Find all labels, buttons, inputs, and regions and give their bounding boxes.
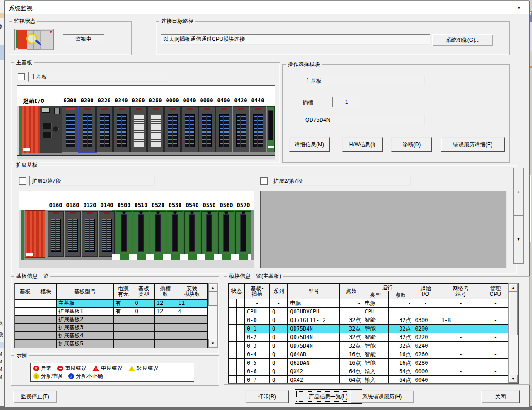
table-cell[interactable]: 0240 xyxy=(413,342,439,350)
table-cell[interactable]: 电源 xyxy=(288,299,340,308)
table-cell[interactable] xyxy=(176,324,207,332)
main-rack-slot-0260[interactable] xyxy=(130,106,147,152)
table-cell[interactable]: Q xyxy=(133,308,154,316)
ext-rack-slot-0140[interactable] xyxy=(99,211,115,257)
table-cell[interactable]: CPU xyxy=(362,308,388,316)
table-cell[interactable]: Q xyxy=(133,300,154,308)
ext-rack-slot-0550[interactable] xyxy=(201,211,217,259)
table-cell[interactable]: - xyxy=(483,325,508,333)
table-cell[interactable]: QJ71GF11-T2 xyxy=(288,316,340,325)
status-cell[interactable] xyxy=(237,359,245,367)
status-cell[interactable] xyxy=(229,359,237,367)
table-cell[interactable]: - xyxy=(340,308,362,316)
table-cell[interactable] xyxy=(35,332,57,340)
table-cell[interactable]: 输入 xyxy=(362,367,388,376)
table-cell[interactable] xyxy=(15,300,35,308)
table-cell[interactable]: 0-5 xyxy=(245,359,270,367)
table-cell[interactable]: - xyxy=(483,342,508,350)
table-cell[interactable]: 主基板 xyxy=(57,300,114,308)
main-rack-slot-0240[interactable] xyxy=(113,106,130,152)
table-cell[interactable] xyxy=(176,332,207,340)
table-cell[interactable]: 0280 xyxy=(413,359,439,367)
table-cell[interactable]: 32点 xyxy=(340,333,362,342)
table-cell[interactable] xyxy=(114,332,133,340)
ext-rack-slot-0120[interactable] xyxy=(82,211,98,257)
table-cell[interactable]: - xyxy=(483,376,508,384)
table-cell[interactable]: 32点 xyxy=(388,333,413,342)
table-cell[interactable]: - xyxy=(439,350,483,359)
table-cell[interactable]: QD75D4N xyxy=(288,342,340,350)
ext-rack-slot-0560[interactable] xyxy=(218,211,234,259)
table-cell[interactable]: - xyxy=(439,376,483,384)
table-cell[interactable]: 32点 xyxy=(340,342,362,350)
main-rack-slot-0280[interactable] xyxy=(147,106,164,152)
table-cell[interactable]: 智能 xyxy=(362,342,388,350)
table-row[interactable]: 0-2QQD75D4N32点智能32点0220-- xyxy=(229,333,508,342)
table-cell[interactable]: 16点 xyxy=(340,350,362,359)
extension1-checkbox[interactable] xyxy=(19,177,26,185)
table-cell[interactable]: 0300 xyxy=(413,316,439,325)
table-cell[interactable]: - xyxy=(388,299,413,308)
table-cell[interactable]: CPU xyxy=(245,308,270,316)
table-cell[interactable] xyxy=(114,316,133,324)
status-cell[interactable] xyxy=(229,367,237,376)
status-cell[interactable] xyxy=(229,376,237,384)
pcb-card-module[interactable] xyxy=(267,106,275,152)
ext-rack-slot-0160[interactable] xyxy=(48,211,64,257)
table-cell[interactable]: 扩展基板5 xyxy=(57,340,114,348)
table-cell[interactable]: 0040 xyxy=(413,376,439,384)
status-cell[interactable] xyxy=(237,342,245,350)
table-cell[interactable] xyxy=(176,340,207,348)
scroll-down-arrow[interactable]: ▼ xyxy=(509,375,518,383)
table-cell[interactable]: - xyxy=(439,308,483,316)
scroll-down-button[interactable]: ▼ xyxy=(513,215,524,264)
table-cell[interactable] xyxy=(35,308,57,316)
status-cell[interactable] xyxy=(229,342,237,350)
table-row[interactable]: 0-6QQX4264点输入64点0000-- xyxy=(229,367,508,376)
main-rack-slot-0300[interactable] xyxy=(62,106,79,152)
table-cell[interactable]: - xyxy=(388,308,413,316)
table-cell[interactable] xyxy=(15,340,35,348)
table-cell[interactable]: 32点 xyxy=(340,316,362,325)
table-cell[interactable]: Q xyxy=(270,359,288,367)
table-cell[interactable]: 16点 xyxy=(388,359,413,367)
cpu-module[interactable] xyxy=(40,106,62,153)
table-cell[interactable]: 输入 xyxy=(362,376,388,384)
table-cell[interactable] xyxy=(15,332,35,340)
table-cell[interactable]: 有 xyxy=(114,308,133,316)
table-cell[interactable]: Q xyxy=(270,376,288,384)
status-cell[interactable] xyxy=(237,308,245,316)
table-row[interactable]: 0-4QQ64AD16点智能16点0260-- xyxy=(229,350,508,359)
table-cell[interactable]: Q xyxy=(270,367,288,376)
table-cell[interactable]: Q xyxy=(270,350,288,359)
table-cell[interactable]: - xyxy=(413,299,439,308)
status-cell[interactable] xyxy=(237,350,245,359)
table-row[interactable]: 0-1QQD75D4N32点智能32点0200-- xyxy=(229,325,508,333)
table-cell[interactable]: 11 xyxy=(176,300,207,308)
main-rack-slot-0220[interactable] xyxy=(96,106,113,152)
scroll-up-button[interactable]: ▲ xyxy=(513,168,524,216)
table-cell[interactable]: 电源 xyxy=(362,299,388,308)
table-cell[interactable]: 12 xyxy=(154,300,176,308)
status-cell[interactable] xyxy=(237,376,245,384)
table-cell[interactable]: - xyxy=(483,350,508,359)
table-cell[interactable]: 0-7 xyxy=(245,376,270,384)
table-cell[interactable] xyxy=(154,324,176,332)
table-cell[interactable]: 扩展基板2 xyxy=(57,316,114,324)
table-cell[interactable]: 0200 xyxy=(413,325,439,333)
table-cell[interactable]: 32点 xyxy=(388,342,413,350)
table-row[interactable]: 扩展基板1有Q124 xyxy=(15,308,208,316)
table-cell[interactable]: Q xyxy=(270,308,288,316)
table-cell[interactable]: - xyxy=(439,299,483,308)
table-cell[interactable]: 1-8 xyxy=(439,316,483,325)
table-cell[interactable]: 智能 xyxy=(362,325,388,333)
table-row[interactable]: 扩展基板2 xyxy=(15,316,208,324)
table-cell[interactable]: - xyxy=(340,299,362,308)
table-cell[interactable] xyxy=(133,332,154,340)
table-cell[interactable]: 32点 xyxy=(388,316,413,325)
table-cell[interactable]: 扩展基板3 xyxy=(57,324,114,332)
ext-rack-slot-0570[interactable] xyxy=(235,211,251,259)
table-row[interactable]: 扩展基板4 xyxy=(15,332,208,340)
main-base-checkbox[interactable] xyxy=(18,73,25,80)
table-cell[interactable]: 4 xyxy=(176,308,207,316)
